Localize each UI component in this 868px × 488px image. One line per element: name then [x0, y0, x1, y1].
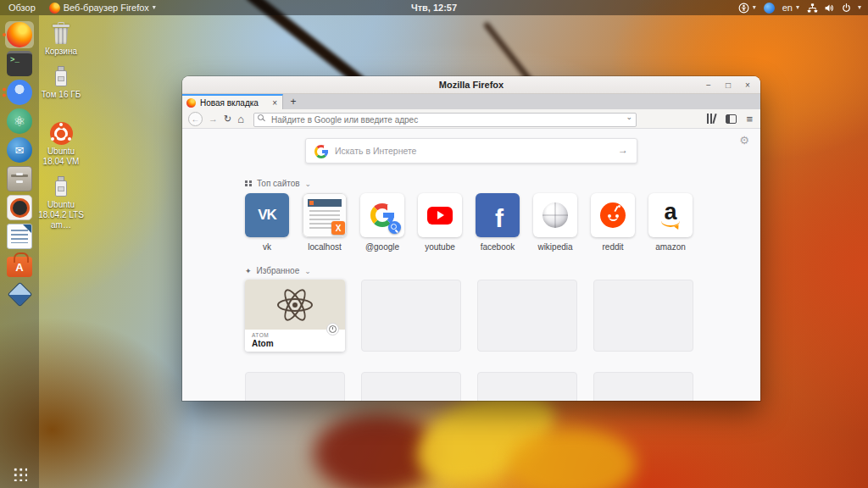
empty-card	[593, 280, 693, 352]
tab-title: Новая вкладка	[200, 98, 267, 108]
highlights-icon: ✦	[245, 267, 252, 275]
topsite-label: localhost	[296, 242, 353, 252]
url-bar-input[interactable]	[253, 113, 637, 127]
card-title: Atom	[252, 339, 338, 348]
chevron-down-icon: ▾	[796, 4, 799, 11]
gear-icon[interactable]: ⚙	[739, 135, 749, 146]
keyboard-layout-menu[interactable]: en ▾	[782, 3, 799, 13]
window-titlebar[interactable]: Mozilla Firefox − □ ×	[182, 76, 760, 94]
topsite-tile-vk[interactable]: VK	[245, 193, 289, 237]
search-submit-icon[interactable]: →	[618, 144, 628, 156]
empty-card	[361, 372, 461, 401]
topsite-tile-facebook[interactable]: f	[476, 193, 520, 237]
wallpaper-leaf	[314, 413, 441, 488]
maximize-button[interactable]: □	[722, 80, 734, 92]
topsite-tile-google[interactable]	[360, 193, 404, 237]
dock-item-files[interactable]	[3, 164, 36, 193]
trash-icon	[51, 22, 71, 45]
dock-item-thunderbird[interactable]: ✉	[3, 136, 36, 164]
window-title: Mozilla Firefox	[439, 80, 504, 90]
menu-icon[interactable]: ≡	[746, 113, 753, 125]
topsite-tile-youtube[interactable]	[418, 193, 462, 237]
running-indicator	[3, 33, 6, 36]
xampp-icon: X	[331, 221, 345, 235]
vk-icon: VK	[258, 207, 276, 224]
desktop-icon-volume[interactable]: Том 16 ГБ	[37, 66, 85, 100]
sidebar-icon[interactable]	[726, 114, 737, 124]
tab-new-tab[interactable]: Новая вкладка ×	[182, 94, 283, 109]
empty-card	[245, 372, 345, 401]
chevron-down-icon: ⌄	[304, 267, 311, 275]
topsite-label: wikipedia	[526, 242, 584, 252]
minimize-button[interactable]: −	[703, 80, 715, 92]
running-indicator	[3, 87, 6, 91]
show-applications-button[interactable]	[0, 463, 39, 485]
chevron-down-icon: ⌄	[305, 180, 312, 188]
forward-button[interactable]: →	[209, 114, 218, 124]
chevron-down-icon: ▾	[858, 4, 861, 11]
dock-item-virtualbox[interactable]	[3, 280, 36, 308]
desktop-icon-trash[interactable]: Корзина	[37, 22, 85, 57]
status-orb-icon[interactable]	[764, 3, 775, 14]
topsite-tile-wikipedia[interactable]	[533, 193, 577, 237]
tab-close-icon[interactable]: ×	[271, 98, 278, 108]
dock-item-atom[interactable]: ⚛	[3, 107, 36, 136]
dock: >_ ⚛ ✉ A	[0, 15, 39, 488]
libreoffice-writer-icon	[7, 224, 32, 249]
facebook-icon: f	[495, 204, 504, 233]
gnome-top-bar: Обзор Веб-браузер Firefox ▾ Чтв, 12:57 ▾…	[0, 0, 868, 15]
apps-grid-icon	[13, 467, 27, 481]
dock-item-libreoffice-writer[interactable]	[3, 222, 36, 251]
ubuntu-software-icon: A	[7, 257, 32, 277]
dock-item-ubuntu-software[interactable]: A	[3, 251, 36, 280]
dock-item-firefox[interactable]	[3, 20, 36, 49]
dock-item-chromium[interactable]	[3, 78, 36, 107]
usb-drive-icon	[54, 66, 68, 88]
system-menu[interactable]: ▾	[807, 3, 861, 14]
google-logo-icon	[314, 145, 328, 158]
tab-favicon	[186, 98, 196, 108]
tab-bar: Новая вкладка × +	[182, 94, 760, 109]
running-indicator	[3, 94, 6, 97]
desktop-icon-ubuntu-vm[interactable]: Ubuntu 18.04 VM	[37, 122, 85, 167]
close-button[interactable]: ×	[742, 80, 754, 92]
clock[interactable]: Чтв, 12:57	[411, 3, 457, 13]
accessibility-icon	[738, 3, 749, 14]
new-tab-button[interactable]: +	[283, 94, 303, 109]
thunderbird-icon: ✉	[7, 137, 32, 163]
topsites-section-header[interactable]: Топ сайтов ⌄	[245, 179, 311, 188]
search-icon	[258, 114, 264, 120]
power-icon	[841, 3, 852, 14]
empty-card	[477, 280, 577, 352]
accessibility-menu[interactable]: ▾	[738, 3, 756, 14]
highlight-card-atom[interactable]: ATOM Atom	[245, 280, 345, 352]
library-icon[interactable]	[706, 114, 716, 124]
firefox-icon	[7, 22, 32, 47]
ubuntu-logo-icon	[50, 122, 73, 145]
new-tab-page: ⚙ → Топ сайтов ⌄ VK X f a	[182, 129, 760, 401]
desktop-icon-ubuntu-iso[interactable]: Ubuntu 18.04.2 LTS am…	[37, 176, 85, 230]
topsites-grid-icon	[245, 180, 252, 187]
dock-item-terminal[interactable]: >_	[3, 49, 36, 78]
rhythmbox-icon	[7, 195, 32, 220]
newtab-search-input[interactable]	[335, 139, 606, 163]
history-badge-icon	[326, 323, 339, 336]
home-button[interactable]: ⌂	[237, 113, 244, 125]
reload-button[interactable]: ↻	[224, 114, 231, 125]
urlbar-dropdown-icon[interactable]: ⌄	[626, 113, 633, 121]
dock-item-rhythmbox[interactable]	[3, 193, 36, 222]
network-icon	[807, 3, 818, 14]
topsite-tile-reddit[interactable]	[591, 193, 635, 237]
highlights-header-label: Избранное	[257, 266, 300, 275]
back-button[interactable]: ←	[188, 112, 203, 126]
card-domain: ATOM	[252, 332, 338, 338]
atom-icon: ⚛	[7, 108, 32, 134]
usb-drive-icon	[54, 176, 68, 198]
amazon-icon: a	[661, 203, 680, 227]
topsite-tile-amazon[interactable]: a	[648, 193, 693, 237]
topsite-label: amazon	[642, 242, 699, 252]
topsite-label: @google	[353, 242, 411, 252]
highlights-section-header[interactable]: ✦ Избранное ⌄	[245, 266, 311, 275]
terminal-icon: >_	[7, 51, 32, 76]
topsite-tile-localhost[interactable]: X	[303, 193, 347, 237]
